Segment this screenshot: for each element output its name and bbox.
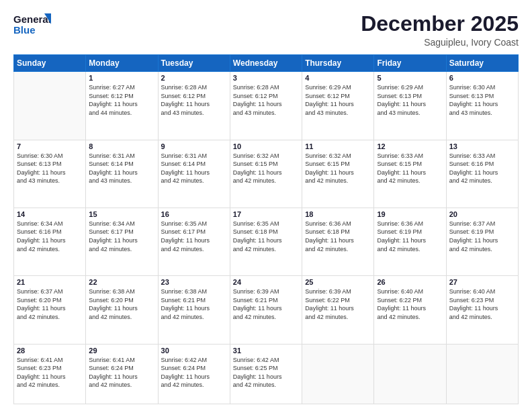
day-number: 22 <box>89 278 154 286</box>
weekday-header-monday: Monday <box>86 55 158 72</box>
day-number: 2 <box>161 74 227 82</box>
day-number: 20 <box>449 210 515 218</box>
day-number: 27 <box>449 278 515 286</box>
day-number: 21 <box>17 278 83 286</box>
day-number: 8 <box>89 142 154 150</box>
day-number: 7 <box>17 142 83 150</box>
calendar-cell: 3Sunrise: 6:28 AM Sunset: 6:12 PM Daylig… <box>230 72 302 140</box>
day-detail: Sunrise: 6:29 AM Sunset: 6:13 PM Dayligh… <box>377 83 443 117</box>
calendar-cell: 18Sunrise: 6:36 AM Sunset: 6:18 PM Dayli… <box>302 208 374 275</box>
calendar-week-row: 1Sunrise: 6:27 AM Sunset: 6:12 PM Daylig… <box>14 72 519 140</box>
day-detail: Sunrise: 6:39 AM Sunset: 6:22 PM Dayligh… <box>305 287 371 321</box>
day-number: 1 <box>89 74 154 82</box>
calendar-cell: 8Sunrise: 6:31 AM Sunset: 6:14 PM Daylig… <box>86 140 158 208</box>
day-detail: Sunrise: 6:29 AM Sunset: 6:12 PM Dayligh… <box>305 83 371 117</box>
calendar-cell: 5Sunrise: 6:29 AM Sunset: 6:13 PM Daylig… <box>374 72 446 140</box>
calendar-cell: 4Sunrise: 6:29 AM Sunset: 6:12 PM Daylig… <box>302 72 374 140</box>
day-detail: Sunrise: 6:36 AM Sunset: 6:19 PM Dayligh… <box>377 220 443 253</box>
logo-svg: GeneralBlue <box>13 12 54 39</box>
weekday-header-wednesday: Wednesday <box>230 55 302 72</box>
day-detail: Sunrise: 6:35 AM Sunset: 6:17 PM Dayligh… <box>161 220 227 253</box>
calendar-cell: 31Sunrise: 6:42 AM Sunset: 6:25 PM Dayli… <box>230 344 302 404</box>
calendar-week-row: 14Sunrise: 6:34 AM Sunset: 6:16 PM Dayli… <box>14 208 519 275</box>
calendar-cell: 1Sunrise: 6:27 AM Sunset: 6:12 PM Daylig… <box>86 72 158 140</box>
day-number: 6 <box>449 74 515 82</box>
day-number: 4 <box>305 74 371 82</box>
calendar-week-row: 28Sunrise: 6:41 AM Sunset: 6:23 PM Dayli… <box>14 344 519 404</box>
calendar-cell: 25Sunrise: 6:39 AM Sunset: 6:22 PM Dayli… <box>302 276 374 344</box>
day-number: 31 <box>233 347 299 355</box>
day-number: 26 <box>377 278 443 286</box>
calendar-cell <box>374 344 446 404</box>
header: GeneralBlue December 2025 Saguipleu, Ivo… <box>13 12 519 48</box>
calendar-cell: 11Sunrise: 6:32 AM Sunset: 6:15 PM Dayli… <box>302 140 374 208</box>
day-detail: Sunrise: 6:42 AM Sunset: 6:25 PM Dayligh… <box>233 356 299 390</box>
day-number: 24 <box>233 278 299 286</box>
weekday-header-row: SundayMondayTuesdayWednesdayThursdayFrid… <box>14 55 519 72</box>
day-number: 16 <box>161 210 227 218</box>
calendar-cell: 14Sunrise: 6:34 AM Sunset: 6:16 PM Dayli… <box>14 208 86 275</box>
day-detail: Sunrise: 6:32 AM Sunset: 6:15 PM Dayligh… <box>233 152 299 185</box>
day-detail: Sunrise: 6:31 AM Sunset: 6:14 PM Dayligh… <box>161 152 227 185</box>
day-number: 13 <box>449 142 515 150</box>
calendar-cell: 13Sunrise: 6:33 AM Sunset: 6:16 PM Dayli… <box>446 140 518 208</box>
calendar-cell: 20Sunrise: 6:37 AM Sunset: 6:19 PM Dayli… <box>446 208 518 275</box>
calendar-cell <box>446 344 518 404</box>
day-number: 14 <box>17 210 83 218</box>
day-detail: Sunrise: 6:34 AM Sunset: 6:16 PM Dayligh… <box>17 220 83 253</box>
day-number: 25 <box>305 278 371 286</box>
day-detail: Sunrise: 6:38 AM Sunset: 6:20 PM Dayligh… <box>89 287 154 321</box>
day-detail: Sunrise: 6:34 AM Sunset: 6:17 PM Dayligh… <box>89 220 154 253</box>
weekday-header-thursday: Thursday <box>302 55 374 72</box>
title-block: December 2025 Saguipleu, Ivory Coast <box>361 12 519 48</box>
day-detail: Sunrise: 6:38 AM Sunset: 6:21 PM Dayligh… <box>161 287 227 321</box>
day-detail: Sunrise: 6:30 AM Sunset: 6:13 PM Dayligh… <box>449 83 515 117</box>
calendar-week-row: 21Sunrise: 6:37 AM Sunset: 6:20 PM Dayli… <box>14 276 519 344</box>
calendar-cell: 12Sunrise: 6:33 AM Sunset: 6:15 PM Dayli… <box>374 140 446 208</box>
calendar-cell: 2Sunrise: 6:28 AM Sunset: 6:12 PM Daylig… <box>158 72 230 140</box>
day-number: 9 <box>161 142 227 150</box>
day-detail: Sunrise: 6:27 AM Sunset: 6:12 PM Dayligh… <box>89 83 154 117</box>
day-number: 19 <box>377 210 443 218</box>
day-number: 23 <box>161 278 227 286</box>
svg-text:Blue: Blue <box>13 24 36 36</box>
calendar-cell: 7Sunrise: 6:30 AM Sunset: 6:13 PM Daylig… <box>14 140 86 208</box>
day-number: 12 <box>377 142 443 150</box>
day-detail: Sunrise: 6:28 AM Sunset: 6:12 PM Dayligh… <box>161 83 227 117</box>
weekday-header-sunday: Sunday <box>14 55 86 72</box>
day-detail: Sunrise: 6:37 AM Sunset: 6:20 PM Dayligh… <box>17 287 83 321</box>
calendar-cell: 17Sunrise: 6:35 AM Sunset: 6:18 PM Dayli… <box>230 208 302 275</box>
calendar-table: SundayMondayTuesdayWednesdayThursdayFrid… <box>13 54 519 404</box>
location: Saguipleu, Ivory Coast <box>361 37 519 48</box>
weekday-header-saturday: Saturday <box>446 55 518 72</box>
weekday-header-tuesday: Tuesday <box>158 55 230 72</box>
svg-text:General: General <box>13 13 51 25</box>
calendar-cell: 24Sunrise: 6:39 AM Sunset: 6:21 PM Dayli… <box>230 276 302 344</box>
calendar-cell: 26Sunrise: 6:40 AM Sunset: 6:22 PM Dayli… <box>374 276 446 344</box>
calendar-cell: 22Sunrise: 6:38 AM Sunset: 6:20 PM Dayli… <box>86 276 158 344</box>
calendar-cell: 28Sunrise: 6:41 AM Sunset: 6:23 PM Dayli… <box>14 344 86 404</box>
logo: GeneralBlue <box>13 12 54 39</box>
day-number: 15 <box>89 210 154 218</box>
day-detail: Sunrise: 6:28 AM Sunset: 6:12 PM Dayligh… <box>233 83 299 117</box>
day-number: 11 <box>305 142 371 150</box>
day-detail: Sunrise: 6:37 AM Sunset: 6:19 PM Dayligh… <box>449 220 515 253</box>
day-number: 10 <box>233 142 299 150</box>
day-detail: Sunrise: 6:33 AM Sunset: 6:15 PM Dayligh… <box>377 152 443 185</box>
calendar-cell: 16Sunrise: 6:35 AM Sunset: 6:17 PM Dayli… <box>158 208 230 275</box>
calendar-cell: 27Sunrise: 6:40 AM Sunset: 6:23 PM Dayli… <box>446 276 518 344</box>
day-number: 28 <box>17 347 83 355</box>
calendar-cell <box>14 72 86 140</box>
day-detail: Sunrise: 6:31 AM Sunset: 6:14 PM Dayligh… <box>89 152 154 185</box>
day-detail: Sunrise: 6:40 AM Sunset: 6:22 PM Dayligh… <box>377 287 443 321</box>
day-detail: Sunrise: 6:39 AM Sunset: 6:21 PM Dayligh… <box>233 287 299 321</box>
day-detail: Sunrise: 6:35 AM Sunset: 6:18 PM Dayligh… <box>233 220 299 253</box>
day-detail: Sunrise: 6:41 AM Sunset: 6:24 PM Dayligh… <box>89 356 154 390</box>
calendar-cell <box>302 344 374 404</box>
calendar-cell: 23Sunrise: 6:38 AM Sunset: 6:21 PM Dayli… <box>158 276 230 344</box>
day-number: 5 <box>377 74 443 82</box>
day-detail: Sunrise: 6:30 AM Sunset: 6:13 PM Dayligh… <box>17 152 83 185</box>
day-detail: Sunrise: 6:32 AM Sunset: 6:15 PM Dayligh… <box>305 152 371 185</box>
day-number: 30 <box>161 347 227 355</box>
calendar-cell: 9Sunrise: 6:31 AM Sunset: 6:14 PM Daylig… <box>158 140 230 208</box>
